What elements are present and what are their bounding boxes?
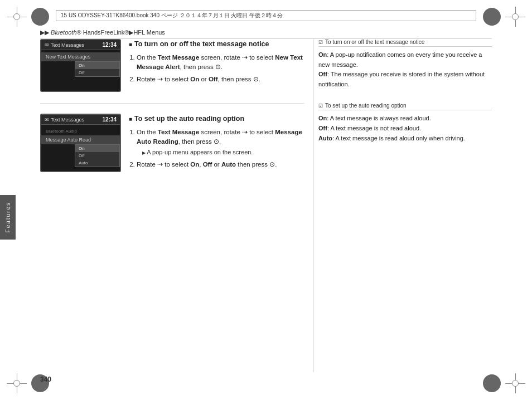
circle-tl-decoration (31, 8, 49, 26)
circle-tr-decoration (483, 8, 501, 26)
screen1-submenu-off: Off (75, 69, 119, 76)
note2-body: On: A text message is always read aloud.… (318, 114, 492, 143)
s2-auto: Auto (221, 161, 236, 168)
screen1-title-icon: ✉ (45, 42, 49, 48)
breadcrumb: ▶▶ Bluetooth® HandsFreeLink®▶HFL Menus (40, 29, 492, 39)
screen2-menu-item-blank1: Bluetooth Audio (41, 127, 120, 135)
section1-block: ✉ Text Messages 12:34 New Text Messages … (40, 39, 304, 92)
breadcrumb-part1: Bluetooth® (51, 29, 81, 36)
section2-steps: On the Text Message screen, rotate ⇢ to … (129, 128, 304, 169)
screen2-title: ✉ Text Messages (45, 117, 84, 123)
breadcrumb-prefix: ▶▶ (40, 29, 49, 36)
file-info-text: 15 US ODYSSEY-31TK86400.book 340 ページ ２０１… (61, 12, 283, 19)
note1-on-label: On (318, 51, 327, 58)
note2-auto-label: Auto (318, 135, 332, 142)
screen2-header: ✉ Text Messages 12:34 (41, 115, 120, 125)
circle-br-decoration (483, 374, 501, 392)
section1-step2: Rotate ⇢ to select On or Off, then press… (137, 75, 304, 84)
page-number: 340 (40, 375, 51, 383)
main-content: ✉ Text Messages 12:34 New Text Messages … (40, 39, 492, 372)
screen2-submenu-on: On (75, 145, 119, 152)
note-section1: To turn on or off the text message notic… (318, 39, 492, 89)
section1-step1: On the Text Message screen, rotate ⇢ to … (137, 53, 304, 72)
screen2-time: 12:34 (102, 116, 117, 123)
note2-auto-text: : A text message is read aloud only when… (332, 135, 465, 142)
left-panel: ✉ Text Messages 12:34 New Text Messages … (40, 39, 313, 372)
section-divider (40, 103, 304, 104)
breadcrumb-part2: HandsFreeLink®▶HFL Menus (83, 29, 165, 36)
section2-step2: Rotate ⇢ to select On, Off or Auto then … (137, 160, 304, 169)
note1-body: On: A pop-up notification comes on every… (318, 50, 492, 89)
corner-tl-decoration (7, 7, 27, 27)
note2-on-label: On (318, 115, 327, 121)
note2-off-text: : A text message is not read aloud. (327, 125, 421, 131)
note2-header: To set up the auto reading option (318, 103, 492, 110)
section2-step1: On the Text Message screen, rotate ⇢ to … (137, 128, 304, 157)
screen2-title-icon: ✉ (45, 117, 49, 123)
screen2-submenu-off: Off (75, 152, 119, 159)
screen2-submenu: On Off Auto (75, 144, 120, 167)
screen2-menu: Bluetooth Audio Message Auto Read On Off… (41, 125, 120, 169)
right-panel: To turn on or off the text message notic… (313, 39, 492, 372)
screen-mockup-2: ✉ Text Messages 12:34 Bluetooth Audio Me… (40, 114, 121, 172)
screen1-menu-item1: New Text Messages (41, 52, 120, 61)
section2-heading: To set up the auto reading option (129, 114, 304, 124)
s2-bold1: Text Message (158, 129, 200, 135)
note1-off-label: Off (318, 71, 327, 77)
section1-heading: To turn on or off the text message notic… (129, 39, 304, 50)
s2-on: On (190, 161, 199, 168)
screen1-header: ✉ Text Messages 12:34 (41, 40, 120, 50)
screen1-submenu-on: On (75, 62, 119, 69)
s1-off: Off (209, 76, 218, 82)
corner-tr-decoration (505, 7, 525, 27)
note-section2: To set up the auto reading option On: A … (318, 103, 492, 143)
note2-on-text: : A text message is always read aloud. (327, 115, 431, 121)
s1-on: On (190, 76, 199, 82)
note2-off-label: Off (318, 125, 327, 131)
file-info-bar: 15 US ODYSSEY-31TK86400.book 340 ページ ２０１… (56, 10, 476, 21)
screen1-submenu: On Off (75, 61, 120, 77)
screen2-menu-item1: Message Auto Read (41, 135, 120, 144)
section1-steps: On the Text Message screen, rotate ⇢ to … (129, 53, 304, 85)
section2-subnote: A pop-up menu appears on the screen. (142, 148, 304, 157)
screen1-title: ✉ Text Messages (45, 42, 84, 48)
sidebar-label-text: Features (5, 202, 11, 232)
screen1-time: 12:34 (102, 42, 117, 48)
section1-instructions: To turn on or off the text message notic… (129, 39, 304, 92)
note1-off-text: : The message you receive is stored in t… (318, 71, 485, 87)
s1-bold1: Text Message (158, 54, 200, 61)
section2-instructions: To set up the auto reading option On the… (129, 114, 304, 172)
sidebar-features-label: Features (0, 195, 16, 240)
note1-header: To turn on or off the text message notic… (318, 39, 492, 47)
section2-block: ✉ Text Messages 12:34 Bluetooth Audio Me… (40, 114, 304, 172)
corner-br-decoration (505, 373, 525, 393)
screen1-menu: New Text Messages On Off (41, 50, 120, 79)
screen-mockup-1: ✉ Text Messages 12:34 New Text Messages … (40, 39, 121, 92)
note1-on-text: : A pop-up notification comes on every t… (318, 51, 482, 68)
corner-bl-decoration (7, 373, 27, 393)
screen2-submenu-auto: Auto (75, 159, 119, 167)
s2-off: Off (203, 161, 212, 168)
